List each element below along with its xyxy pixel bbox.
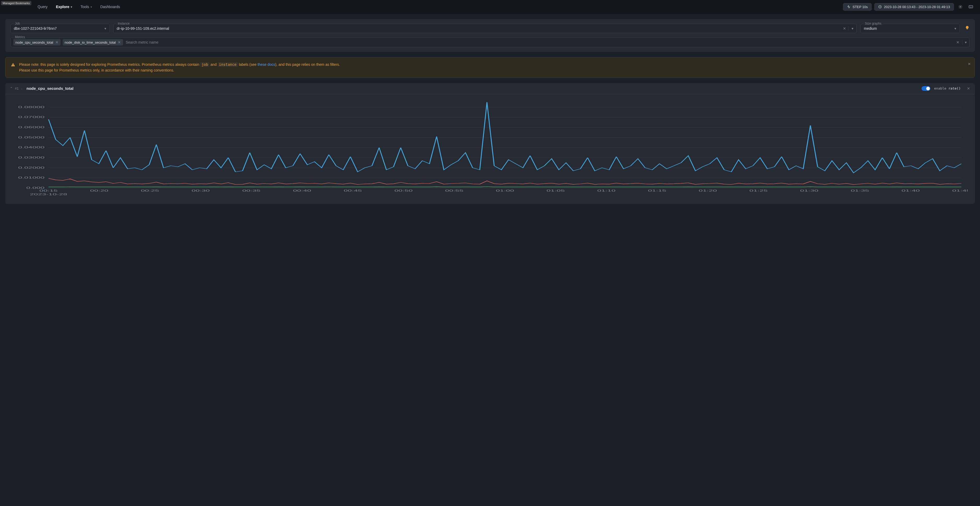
filters-panel: Job dbx-1027-221043-lir76nn7 ▾ Instance … [5, 19, 975, 52]
svg-text:0.08000: 0.08000 [18, 105, 45, 108]
svg-text:0.01000: 0.01000 [18, 176, 45, 179]
nav-tools[interactable]: Tools ▾ [77, 3, 95, 11]
job-field-label: Job [13, 22, 21, 25]
warning-banner: Please note: this page is solely designe… [5, 57, 975, 78]
metrics-field[interactable]: Metrics node_cpu_seconds_total ✕ node_di… [10, 37, 970, 47]
nav-links: Query Explore ▾ Tools ▾ Dashboards [34, 3, 124, 11]
svg-text:00:25: 00:25 [141, 189, 159, 193]
metric-chip-label: node_disk_io_time_seconds_total [65, 40, 116, 45]
rate-prefix: enable [934, 86, 948, 90]
rate-label: enable rate() [934, 86, 961, 90]
svg-rect-3 [967, 29, 968, 30]
settings-button[interactable] [956, 3, 964, 11]
warn-text-2: labels (see [238, 62, 258, 67]
metric-chip-label: node_cpu_seconds_total [15, 40, 53, 45]
chart-index: #1 [15, 86, 19, 90]
svg-text:00:30: 00:30 [192, 189, 210, 193]
remove-chip-button[interactable]: ✕ [55, 40, 59, 45]
nav-explore-label: Explore [56, 5, 69, 9]
svg-text:2023-10-28: 2023-10-28 [30, 193, 67, 196]
metrics-field-label: Metrics [13, 35, 27, 39]
metrics-search-input[interactable] [125, 40, 954, 45]
collapse-chart-button[interactable]: ⌃ [10, 86, 13, 90]
chevron-down-icon: ▾ [102, 26, 106, 30]
metric-chip: node_disk_io_time_seconds_total ✕ [63, 39, 123, 45]
warn-code-instance: instance [218, 62, 238, 67]
svg-rect-5 [13, 65, 13, 66]
managed-bookmarks-tag: Managed Bookmarks [1, 1, 31, 5]
chart-header: ⌃ #1 ⌄ node_cpu_seconds_total enable rat… [5, 83, 975, 94]
instance-field-label: Instance [116, 22, 131, 25]
svg-text:01:25: 01:25 [749, 189, 768, 193]
svg-text:01:20: 01:20 [698, 189, 717, 193]
warn-code-job: job [200, 62, 209, 67]
svg-point-1 [960, 6, 961, 7]
svg-text:01:15: 01:15 [648, 189, 666, 193]
svg-text:01:35: 01:35 [851, 189, 869, 193]
svg-text:01:45: 01:45 [952, 189, 968, 193]
svg-rect-2 [969, 5, 973, 8]
svg-text:0.04000: 0.04000 [18, 146, 45, 149]
warn-docs-link[interactable]: these docs [258, 62, 275, 67]
step-label: STEP 10s [853, 5, 868, 9]
lightbulb-icon [965, 25, 970, 30]
nav-query[interactable]: Query [34, 3, 51, 11]
warn-text-1: Please note: this page is solely designe… [19, 62, 200, 67]
nav-tools-label: Tools [80, 5, 89, 9]
clear-all-metrics-button[interactable]: ✕ [956, 40, 959, 45]
size-field-label: Size graphs [863, 22, 883, 25]
keyboard-button[interactable] [967, 3, 975, 11]
close-warning-button[interactable]: ✕ [968, 61, 971, 67]
hint-bulb-button[interactable] [963, 24, 970, 33]
job-select[interactable]: Job dbx-1027-221043-lir76nn7 ▾ [10, 24, 110, 33]
chart-panel: ⌃ #1 ⌄ node_cpu_seconds_total enable rat… [5, 83, 975, 204]
step-selector[interactable]: STEP 10s [843, 3, 872, 11]
topbar: Query Explore ▾ Tools ▾ Dashboards STEP … [0, 0, 980, 14]
chevron-down-icon: ▾ [952, 26, 956, 30]
close-chart-button[interactable]: ✕ [967, 86, 970, 91]
clear-instance-button[interactable]: ✕ [841, 26, 848, 30]
keyboard-icon [969, 5, 973, 8]
chevron-down-icon: ▾ [71, 5, 72, 8]
instance-field-value: dr-ip-10-99-151-109.ec2.internal [117, 26, 841, 30]
svg-text:00:45: 00:45 [344, 189, 362, 193]
svg-text:00:35: 00:35 [242, 189, 261, 193]
svg-text:01:00: 01:00 [496, 189, 514, 193]
svg-text:0.07000: 0.07000 [18, 115, 45, 119]
svg-text:00:15: 00:15 [40, 189, 58, 193]
svg-text:0.06000: 0.06000 [18, 126, 45, 129]
job-field-value: dbx-1027-221043-lir76nn7 [14, 26, 102, 30]
nav-dashboards[interactable]: Dashboards [97, 3, 124, 11]
svg-rect-4 [13, 64, 13, 65]
instance-select[interactable]: Instance dr-ip-10-99-151-109.ec2.interna… [113, 24, 857, 33]
rate-fn: rate() [948, 86, 961, 90]
warning-icon [11, 62, 15, 67]
svg-text:01:10: 01:10 [597, 189, 616, 193]
warn-text-3: ), and this page relies on them as filte… [275, 62, 340, 67]
svg-text:01:40: 01:40 [901, 189, 920, 193]
time-range-selector[interactable]: 2023-10-28 00:13:43 - 2023-10-28 01:49:1… [874, 3, 954, 11]
clock-icon [878, 5, 882, 9]
svg-text:01:30: 01:30 [800, 189, 818, 193]
time-range-label: 2023-10-28 00:13:43 - 2023-10-28 01:49:1… [884, 5, 950, 9]
gear-icon [958, 5, 963, 9]
enable-rate-toggle[interactable] [921, 86, 931, 91]
chevron-down-icon: ▾ [850, 26, 853, 30]
nav-explore[interactable]: Explore ▾ [52, 3, 76, 11]
remove-chip-button[interactable]: ✕ [118, 40, 121, 45]
svg-text:0.05000: 0.05000 [18, 135, 45, 139]
chart-plot[interactable]: 0.0000.010000.020000.030000.040000.05000… [12, 99, 968, 199]
svg-text:00:55: 00:55 [445, 189, 463, 193]
svg-text:00:50: 00:50 [395, 189, 413, 193]
size-select[interactable]: Size graphs medium ▾ [861, 24, 959, 33]
warn-and: and [209, 62, 218, 67]
svg-text:00:40: 00:40 [293, 189, 311, 193]
chart-title: node_cpu_seconds_total [26, 86, 73, 91]
activity-icon [847, 5, 851, 9]
svg-text:00:20: 00:20 [90, 189, 108, 193]
chevron-down-icon[interactable]: ▾ [965, 40, 967, 45]
chart-menu-button[interactable]: ⌄ [21, 87, 23, 90]
chevron-down-icon: ▾ [91, 5, 92, 8]
warning-text: Please note: this page is solely designe… [19, 62, 340, 73]
metric-chip: node_cpu_seconds_total ✕ [13, 39, 60, 45]
